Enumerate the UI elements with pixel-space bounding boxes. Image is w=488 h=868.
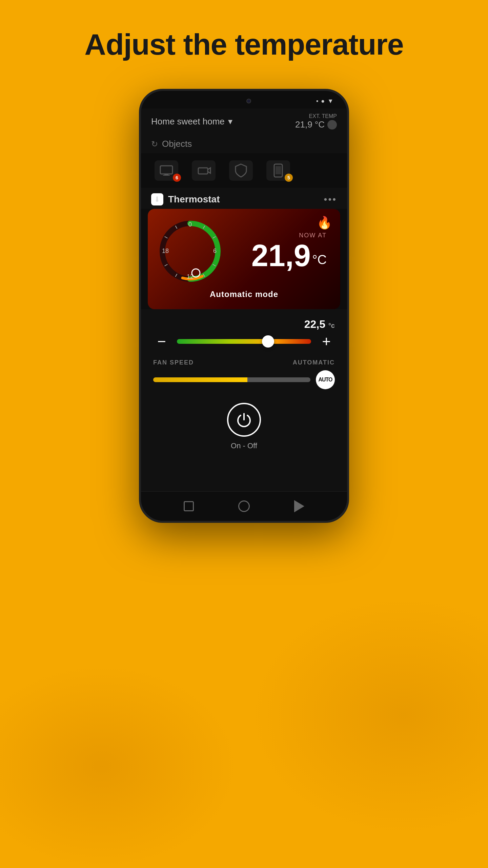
camera-dot [246, 99, 251, 103]
phone-frame: ▪ ● ▼ Home sweet home ▾ EXT. TEMP 21,9 °… [139, 89, 349, 523]
nav-bar [141, 491, 347, 521]
shield-icon [235, 163, 247, 178]
phone-notch [239, 97, 259, 105]
power-icon [235, 411, 253, 429]
power-section: On - Off [148, 393, 340, 457]
fan-slider-track[interactable] [153, 377, 310, 382]
objects-label-row: ↻ Objects [151, 139, 337, 149]
phone-volume-button [348, 186, 349, 213]
circle-icon: ● [321, 98, 325, 105]
temp-slider-section: 22,5 °c − + [148, 309, 340, 352]
status-bar: ▪ ● ▼ [141, 91, 347, 108]
square-icon: ▪ [316, 98, 318, 105]
icon-row: 6 [141, 153, 347, 188]
ext-temp-value: 21,9 °C [295, 119, 325, 130]
home-icon [238, 500, 250, 512]
temp-slider-row: − + [153, 334, 335, 349]
temp-slider-track-wrapper[interactable] [177, 339, 311, 344]
page-title: Adjust the temperature [84, 27, 403, 62]
phone-screen: ▪ ● ▼ Home sweet home ▾ EXT. TEMP 21,9 °… [141, 91, 347, 521]
camera-icon [196, 165, 211, 176]
svg-text:6: 6 [213, 248, 217, 254]
camera-icon-box [192, 160, 216, 181]
device-badge: 5 [285, 174, 293, 182]
power-button[interactable] [227, 403, 261, 437]
target-temp-value: 22,5 [304, 318, 325, 330]
shield-icon-item[interactable] [226, 159, 256, 182]
controls-section: 22,5 °c − + FAN SPEED AUTOMAT [141, 309, 347, 491]
temp-slider-track [177, 339, 311, 344]
monitor-badge: 6 [173, 174, 181, 182]
signal-icon: ▼ [327, 98, 333, 105]
person-icon [327, 120, 337, 130]
camera-icon-item[interactable] [188, 159, 219, 182]
svg-rect-0 [160, 166, 172, 174]
home-selector[interactable]: Home sweet home ▾ [151, 116, 232, 127]
svg-rect-3 [198, 168, 208, 174]
svg-rect-5 [276, 166, 281, 174]
monitor-icon [160, 165, 173, 176]
device-icon [273, 163, 283, 178]
app-header: Home sweet home ▾ EXT. TEMP 21,9 °C [141, 108, 347, 135]
objects-section: ↻ Objects [141, 135, 347, 153]
thermostat-title-row: 🌡 Thermostat [151, 193, 220, 205]
recent-apps-button[interactable] [180, 498, 197, 515]
more-options-button[interactable]: ••• [324, 194, 337, 205]
svg-text:18: 18 [162, 248, 169, 254]
current-temp-row: 21,9 °C [229, 240, 327, 271]
decrease-temp-button[interactable]: − [153, 334, 170, 349]
increase-temp-button[interactable]: + [318, 334, 335, 349]
auto-button[interactable]: AUTO [316, 370, 335, 389]
ext-temp-label: EXT. TEMP [295, 113, 337, 119]
current-temp-unit: °C [312, 252, 327, 267]
clock-dial: 0 6 12 18 [158, 219, 222, 283]
temp-slider-thumb[interactable] [262, 335, 274, 348]
thermostat-card-inner: 0 6 12 18 [158, 219, 330, 283]
fan-section: FAN SPEED AUTOMATIC AUTO [148, 352, 340, 393]
bg-decoration [0, 665, 237, 868]
fan-auto-label: AUTOMATIC [293, 359, 335, 366]
auto-mode-label: Automatic mode [158, 290, 330, 299]
svg-text:0: 0 [188, 221, 192, 228]
recent-apps-icon [184, 501, 194, 511]
home-name: Home sweet home [151, 116, 225, 127]
svg-rect-2 [163, 175, 170, 176]
temp-display: NOW AT 21,9 °C [229, 232, 330, 271]
target-temp-unit: °c [328, 322, 335, 329]
dial-svg: 0 6 12 18 [158, 219, 222, 283]
thermostat-title-text: Thermostat [168, 194, 220, 205]
ext-temp-value-row: 21,9 °C [295, 119, 337, 130]
thermostat-header: 🌡 Thermostat ••• [141, 188, 347, 209]
home-button[interactable] [236, 498, 252, 515]
monitor-icon-item[interactable]: 6 [151, 159, 182, 182]
fan-labels-row: FAN SPEED AUTOMATIC [153, 359, 335, 366]
bg-decoration2 [251, 597, 488, 834]
thermostat-card: 🔥 0 6 12 18 [148, 209, 340, 309]
refresh-icon: ↻ [151, 139, 158, 149]
now-at-label: NOW AT [229, 232, 327, 239]
chevron-down-icon: ▾ [228, 116, 232, 127]
objects-label-text: Objects [162, 139, 192, 149]
current-temp-value: 21,9 [251, 239, 311, 273]
fan-speed-label: FAN SPEED [153, 359, 194, 366]
back-button[interactable] [291, 498, 308, 515]
back-icon [294, 500, 304, 512]
flame-icon: 🔥 [317, 216, 332, 230]
shield-icon-box [229, 160, 253, 181]
on-off-label: On - Off [231, 441, 257, 450]
device-icon-item[interactable]: 5 [263, 159, 293, 182]
ext-temp-section: EXT. TEMP 21,9 °C [295, 113, 337, 130]
fan-slider-row: AUTO [153, 370, 335, 389]
target-temp-display: 22,5 °c [153, 318, 335, 331]
status-bar-right: ▪ ● ▼ [316, 98, 333, 105]
thermostat-icon: 🌡 [151, 193, 163, 205]
